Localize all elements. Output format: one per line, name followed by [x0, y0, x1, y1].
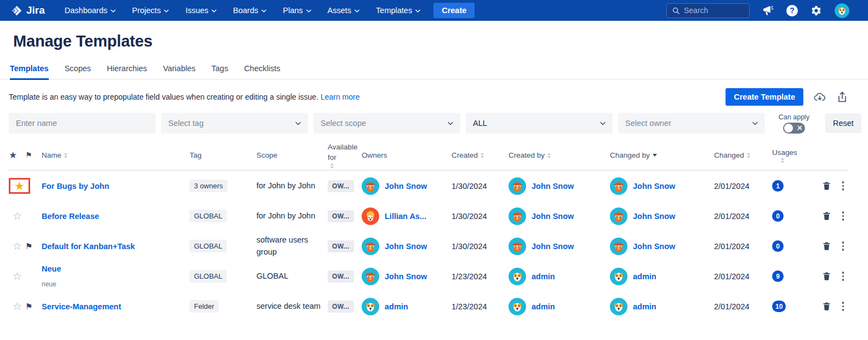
owner-cell: John Snow	[362, 238, 452, 255]
scope-text: service desk team	[256, 301, 328, 312]
star-column-header-icon[interactable]: ★	[9, 149, 17, 162]
changed-by-link[interactable]: John Snow	[633, 212, 675, 221]
tag-chip: GLOBAL	[190, 240, 227, 252]
chevron-down-icon	[306, 9, 311, 13]
nav-item-issues[interactable]: Issues	[185, 6, 216, 15]
changed-by-link[interactable]: John Snow	[633, 242, 675, 251]
type-filter-select[interactable]: ALL	[466, 113, 613, 134]
chevron-down-icon	[448, 122, 453, 125]
help-icon[interactable]: ?	[786, 5, 798, 16]
favorite-star-button[interactable]: ☆	[9, 210, 26, 222]
announcements-icon[interactable]	[762, 5, 774, 16]
template-name-link[interactable]: Default for Kanban+Task	[42, 242, 186, 251]
usages-badge: 10	[772, 301, 786, 312]
template-name-link[interactable]: Neue	[42, 264, 186, 273]
delete-button[interactable]	[822, 211, 831, 221]
favorite-star-button[interactable]: ☆	[9, 301, 26, 312]
tag-chip: GLOBAL	[190, 210, 227, 222]
column-header-tag: Tag	[190, 151, 256, 161]
flag-icon: ⚑	[25, 302, 32, 311]
jira-logo[interactable]: Jira	[11, 4, 45, 16]
changed-by-link[interactable]: admin	[633, 302, 656, 311]
scope-filter-select[interactable]: Select scope	[313, 113, 460, 134]
nav-item-assets[interactable]: Assets	[328, 6, 360, 15]
created-by-link[interactable]: John Snow	[532, 212, 574, 221]
usages-badge: 1	[772, 180, 784, 192]
changed-by-link[interactable]: admin	[633, 272, 656, 281]
john-snow-avatar	[509, 208, 526, 225]
delete-button[interactable]	[822, 181, 831, 191]
john-snow-avatar	[362, 238, 379, 255]
created-by-link[interactable]: admin	[532, 302, 555, 311]
created-date: 1/30/2024	[452, 242, 509, 251]
owner-link[interactable]: John Snow	[385, 182, 427, 191]
column-header-changed[interactable]: Changed	[714, 151, 772, 161]
name-filter-input[interactable]	[9, 113, 156, 134]
column-header-available-for[interactable]: Available for	[328, 142, 362, 169]
tab-scopes[interactable]: Scopes	[65, 64, 91, 80]
more-actions-button[interactable]	[841, 301, 846, 312]
column-header-changed-by[interactable]: Changed by	[610, 151, 714, 161]
tab-templates[interactable]: Templates	[10, 64, 49, 80]
table-row: ★ For Bugs by John 3 owners for John by …	[9, 171, 848, 201]
favorite-star-button[interactable]: ★	[9, 178, 30, 194]
can-apply-label: Can apply	[779, 113, 809, 121]
nav-item-dashboards[interactable]: Dashboards	[65, 6, 116, 15]
filter-bar: Select tag Select scope ALL Select owner…	[0, 113, 868, 134]
column-header-name[interactable]: Name	[42, 151, 190, 161]
create-template-button[interactable]: Create Template	[726, 88, 803, 106]
chevron-down-icon	[164, 9, 169, 13]
template-name-link[interactable]: For Bugs by John	[42, 182, 186, 191]
owner-link[interactable]: Lillian As...	[385, 212, 426, 221]
owner-cell: admin	[362, 298, 452, 315]
created-date: 1/23/2024	[452, 272, 509, 281]
column-header-usages[interactable]: Usages	[772, 148, 805, 164]
changed-by-link[interactable]: John Snow	[633, 182, 675, 191]
tag-filter-select[interactable]: Select tag	[161, 113, 308, 134]
owner-filter-select[interactable]: Select owner	[618, 113, 765, 134]
delete-button[interactable]	[822, 241, 831, 251]
owner-link[interactable]: John Snow	[385, 272, 427, 281]
created-by-link[interactable]: John Snow	[532, 182, 574, 191]
more-actions-button[interactable]	[841, 270, 846, 282]
search-input[interactable]	[684, 6, 744, 15]
column-header-created-by[interactable]: Created by	[509, 151, 610, 161]
tab-hierarchies[interactable]: Hierarchies	[107, 64, 147, 80]
delete-button[interactable]	[822, 301, 831, 312]
page-title: Manage Templates	[13, 32, 868, 50]
user-avatar[interactable]	[835, 3, 849, 18]
more-actions-button[interactable]	[841, 210, 846, 222]
tab-tags[interactable]: Tags	[212, 64, 229, 80]
nav-item-templates[interactable]: Templates	[376, 6, 420, 15]
created-by-link[interactable]: John Snow	[532, 242, 574, 251]
owner-link[interactable]: John Snow	[385, 242, 427, 251]
toggle-knob	[784, 124, 793, 132]
import-templates-icon[interactable]	[814, 91, 826, 103]
column-header-created[interactable]: Created	[452, 151, 509, 161]
nav-item-plans[interactable]: Plans	[283, 6, 311, 15]
nav-item-projects[interactable]: Projects	[132, 6, 169, 15]
template-name-link[interactable]: Service-Management	[42, 302, 186, 311]
tab-checklists[interactable]: Checklists	[244, 64, 280, 80]
nav-item-boards[interactable]: Boards	[233, 6, 266, 15]
favorite-star-button[interactable]: ☆	[9, 240, 26, 252]
available-for-chip: OW...	[328, 270, 354, 283]
favorite-star-button[interactable]: ☆	[9, 270, 26, 282]
settings-gear-icon[interactable]	[810, 5, 822, 16]
export-templates-icon[interactable]	[836, 91, 848, 103]
tab-variables[interactable]: Variables	[163, 64, 195, 80]
delete-button[interactable]	[822, 271, 831, 281]
owner-link[interactable]: admin	[385, 302, 408, 311]
template-name-link[interactable]: Before Release	[42, 212, 186, 221]
can-apply-toggle[interactable]	[783, 123, 805, 134]
created-by-link[interactable]: admin	[532, 272, 555, 281]
search-icon	[672, 7, 679, 14]
chevron-down-icon	[261, 9, 266, 13]
column-header-owners: Owners	[362, 151, 452, 161]
reset-button[interactable]: Reset	[825, 113, 861, 133]
more-actions-button[interactable]	[841, 240, 846, 252]
more-actions-button[interactable]	[841, 180, 846, 192]
create-button[interactable]: Create	[433, 3, 475, 18]
search-box[interactable]	[666, 3, 750, 18]
learn-more-link[interactable]: Learn more	[321, 93, 360, 101]
